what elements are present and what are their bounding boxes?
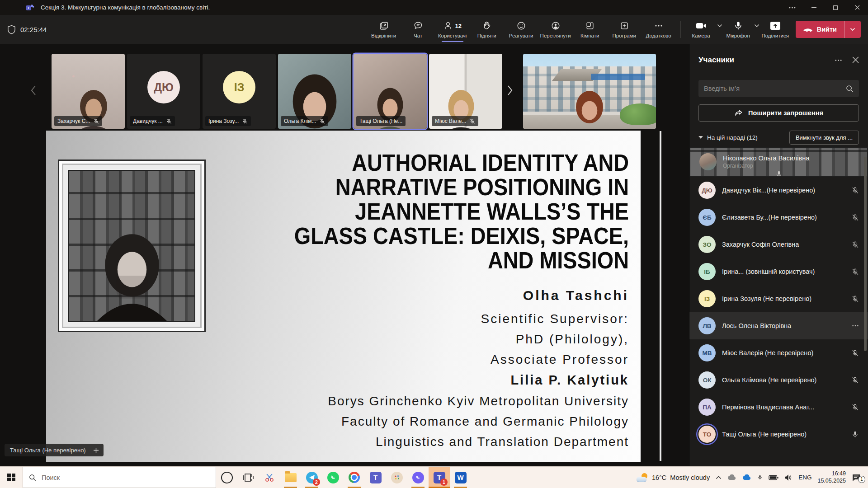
microphone-icon: [733, 20, 743, 31]
participant-row[interactable]: ЄБ Єлизавета Бу...(Не перевірено): [689, 204, 868, 231]
taskbar-search[interactable]: [23, 467, 216, 488]
maximize-button[interactable]: [825, 0, 846, 15]
microphone-options-chevron[interactable]: [754, 24, 760, 28]
participant-row[interactable]: ІБ Ірина... (зовнішній користувач): [689, 258, 868, 285]
rooms-button[interactable]: Кімнати: [573, 18, 607, 41]
mic-on-icon[interactable]: [851, 430, 859, 439]
mic-muted-icon[interactable]: [851, 213, 859, 222]
video-tile[interactable]: ДЮ Давидчук ...: [127, 54, 200, 129]
participant-search[interactable]: [698, 80, 859, 97]
video-tile[interactable]: Захарчук С...: [52, 54, 125, 129]
leave-options-chevron[interactable]: [844, 21, 861, 38]
section-collapse-chevron[interactable]: [698, 136, 703, 139]
task-view-button[interactable]: [237, 467, 259, 488]
meeting-timer: 02:25:44: [7, 25, 47, 34]
panel-close-icon[interactable]: [852, 56, 859, 64]
mic-muted-icon[interactable]: [851, 267, 859, 276]
video-tile[interactable]: ІЗ Ірина Зозу...: [203, 54, 276, 129]
clock[interactable]: 16:49 15.05.2025: [817, 470, 846, 484]
mic-muted-icon[interactable]: [851, 240, 859, 249]
avatar: МВ: [698, 344, 716, 361]
more-actions-button[interactable]: Додатково: [642, 18, 676, 41]
share-invite-button[interactable]: Поширити запрошення: [698, 104, 859, 122]
participant-row[interactable]: ДЮ Давидчук Вік...(Не перевірено): [689, 177, 868, 204]
view-button[interactable]: Переглянути: [538, 18, 573, 41]
whatsapp-button[interactable]: [322, 467, 344, 488]
start-button[interactable]: [0, 467, 23, 488]
participant-row[interactable]: ПА Пермінова Владислава Анат...: [689, 394, 868, 421]
search-input[interactable]: [704, 85, 846, 92]
participant-role: Організатор: [723, 163, 852, 169]
video-tile[interactable]: Ольга Клім...: [278, 54, 351, 129]
weather-widget[interactable]: 16°C Mostly cloudy: [637, 473, 710, 482]
close-button[interactable]: [846, 0, 868, 15]
window-title: Секція 3. Міжкультурна комунікація в гло…: [41, 4, 210, 11]
mic-muted-icon[interactable]: [851, 403, 859, 412]
whatsapp-icon: [327, 472, 339, 483]
pinned-video-organizer[interactable]: [523, 54, 656, 129]
participant-name: Ірина Зозуля (Не перевірено): [722, 295, 845, 302]
share-button[interactable]: Поділитися: [760, 19, 791, 40]
tray-expand-chevron[interactable]: [716, 475, 722, 479]
chat-button[interactable]: Чат: [401, 18, 435, 41]
teams-button[interactable]: T: [365, 467, 386, 488]
apps-button[interactable]: Програми: [607, 18, 642, 41]
snipping-tool-button[interactable]: [259, 467, 280, 488]
participant-name: Тащі Ольга (Не перевірено): [722, 431, 845, 438]
cortana-button[interactable]: [216, 467, 237, 488]
paint-button[interactable]: [386, 467, 407, 488]
microphone-button[interactable]: Мікрофон: [722, 19, 754, 40]
person-circle-icon: [551, 20, 561, 31]
window-more-button[interactable]: [781, 0, 803, 15]
raise-hand-button[interactable]: Підняти: [470, 18, 504, 41]
notifications-button[interactable]: 1: [852, 474, 863, 482]
onedrive-gray-icon[interactable]: [727, 474, 736, 480]
camera-button[interactable]: Камера: [685, 19, 717, 40]
file-explorer-button[interactable]: [280, 467, 301, 488]
participant-row[interactable]: ЛВ Лось Олена Вікторівна: [689, 312, 868, 339]
participant-name: Лось Олена Вікторівна: [722, 322, 845, 329]
panel-more-icon[interactable]: [835, 56, 842, 64]
tray-microphone-icon[interactable]: [757, 474, 763, 481]
participant-row[interactable]: Ніколаєнко Ольга Василівна Організатор: [689, 147, 868, 177]
teams-active-button[interactable]: T1: [429, 467, 450, 488]
participant-row[interactable]: ОК Ольга Клімова (Не перевірено): [689, 366, 868, 394]
weather-desc: Mostly cloudy: [670, 474, 710, 481]
react-button[interactable]: Реагувати: [504, 18, 538, 41]
avatar: ІЗ: [223, 71, 255, 103]
panel-scrollbar[interactable]: [864, 157, 867, 351]
participant-row[interactable]: ТО Тащі Ольга (Не перевірено): [689, 421, 868, 448]
unpin-button[interactable]: Відкріпити: [367, 18, 401, 41]
mic-muted-icon: [166, 118, 172, 124]
participant-row[interactable]: МВ Міюс Валерія (Не перевірено): [689, 339, 868, 366]
participants-panel: Учасники Поширити запрошення На цій нара…: [689, 44, 868, 466]
filmstrip-prev-button[interactable]: [30, 84, 37, 96]
participant-row[interactable]: ІЗ Ірина Зозуля (Не перевірено): [689, 285, 868, 312]
mic-muted-icon[interactable]: [851, 349, 859, 357]
participant-row[interactable]: ЗО Захарчук Софія Олегівна: [689, 231, 868, 258]
mute-all-button[interactable]: Вимкнути звук для ...: [789, 131, 859, 145]
more-options-icon[interactable]: [852, 322, 859, 329]
leave-button[interactable]: Вийти: [796, 21, 861, 38]
avatar: ОК: [698, 371, 716, 389]
chrome-button[interactable]: [344, 467, 365, 488]
battery-icon[interactable]: [769, 475, 778, 480]
taskbar-search-input[interactable]: [42, 474, 210, 481]
mic-muted-icon[interactable]: [851, 186, 859, 195]
viber-button[interactable]: [407, 467, 429, 488]
camera-options-chevron[interactable]: [717, 24, 722, 28]
volume-icon[interactable]: [784, 474, 793, 481]
video-tile-active-speaker[interactable]: Тащі Ольга (Не...: [354, 54, 427, 129]
share-screen-icon: [769, 20, 782, 31]
onedrive-blue-icon[interactable]: [742, 474, 751, 480]
mic-muted-icon[interactable]: [851, 376, 859, 385]
language-indicator[interactable]: ENG: [798, 474, 811, 481]
word-button[interactable]: W: [450, 467, 471, 488]
pin-plus-icon[interactable]: [93, 447, 99, 453]
filmstrip-next-button[interactable]: [506, 84, 514, 96]
participants-button[interactable]: 12 Користувачі: [435, 18, 470, 41]
mic-muted-icon[interactable]: [851, 295, 859, 303]
video-tile[interactable]: Міюс Вале...: [429, 54, 502, 129]
minimize-button[interactable]: [803, 0, 825, 15]
telegram-button[interactable]: 2: [301, 467, 322, 488]
